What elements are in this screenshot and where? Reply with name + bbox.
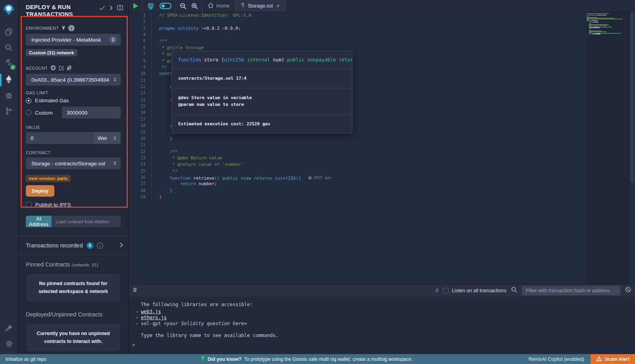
value-input[interactable]: 0: [26, 132, 94, 144]
clear-console-icon[interactable]: [625, 287, 631, 294]
line-number[interactable]: 4: [129, 32, 152, 38]
panel-chevron-right-icon[interactable]: [110, 5, 113, 12]
sidebar-item-deploy-run[interactable]: [0, 72, 18, 88]
editor-region: Home Storage.sol × 1// SPDX-License-Iden…: [129, 0, 635, 354]
at-address-button[interactable]: At Address: [26, 216, 52, 227]
terminal-search-icon[interactable]: [511, 287, 517, 294]
code-line[interactable]: 6 * @title Storage: [129, 45, 635, 51]
sidebar-item-git[interactable]: [0, 104, 18, 120]
sidebar-item-debugger[interactable]: [0, 88, 18, 104]
code-editor[interactable]: 1// SPDX-License-Identifier: GPL-3.023pr…: [129, 12, 635, 284]
publish-ipfs-checkbox[interactable]: [26, 202, 32, 208]
line-number[interactable]: 7: [129, 51, 152, 57]
line-number[interactable]: 15: [129, 103, 152, 109]
terminal-expand-icon[interactable]: [132, 287, 138, 294]
run-script-button[interactable]: [133, 3, 139, 9]
code-line[interactable]: 23 * @dev Return value: [129, 155, 635, 161]
tab-storage-sol[interactable]: Storage.sol ×: [235, 0, 285, 12]
value-unit-select[interactable]: Wei: [94, 132, 121, 144]
line-number[interactable]: 19: [129, 129, 152, 135]
code-line[interactable]: 26 function retrieve() public view retur…: [129, 174, 635, 181]
code-line[interactable]: 29}: [129, 194, 635, 200]
zoom-in-icon[interactable]: [191, 3, 198, 10]
line-number[interactable]: 2: [129, 19, 152, 25]
code-line[interactable]: 2: [129, 19, 635, 25]
line-number[interactable]: 10: [129, 71, 152, 77]
line-number[interactable]: 17: [129, 116, 152, 123]
environment-select[interactable]: Injected Provider - MetaMask: [26, 34, 121, 46]
git-init-status[interactable]: Initialize as git repo: [0, 356, 46, 362]
listen-transactions-checkbox[interactable]: [443, 288, 448, 293]
line-number[interactable]: 13: [129, 90, 152, 96]
ai-copilot-robot-icon[interactable]: [147, 2, 155, 10]
line-number[interactable]: 11: [129, 77, 152, 84]
custom-gas-input[interactable]: 3000000: [62, 107, 121, 119]
code-line[interactable]: 25 */: [129, 168, 635, 174]
line-number[interactable]: 12: [129, 84, 152, 90]
estimated-gas-radio[interactable]: [26, 98, 31, 103]
transactions-info-icon[interactable]: i: [97, 242, 103, 249]
code-line[interactable]: 27 return number;: [129, 181, 635, 187]
line-number[interactable]: 6: [129, 45, 152, 51]
add-account-icon[interactable]: [50, 65, 56, 71]
copy-account-icon[interactable]: [67, 65, 71, 71]
code-line[interactable]: 21: [129, 142, 635, 148]
code-line[interactable]: 1// SPDX-License-Identifier: GPL-3.0: [129, 12, 635, 19]
line-number[interactable]: 24: [129, 161, 152, 168]
line-number[interactable]: 25: [129, 168, 152, 174]
terminal-library-item[interactable]: web3.js: [141, 309, 635, 315]
code-line[interactable]: 4: [129, 32, 635, 38]
line-number[interactable]: 28: [129, 188, 152, 194]
terminal[interactable]: The following libraries are accessible: …: [129, 297, 635, 354]
line-number[interactable]: 8: [129, 58, 152, 64]
at-address-input[interactable]: [52, 216, 121, 227]
terminal-prompt[interactable]: >: [132, 342, 135, 348]
remix-logo-icon[interactable]: [3, 3, 15, 17]
line-number[interactable]: 9: [129, 64, 152, 71]
line-number[interactable]: 29: [129, 194, 152, 200]
copilot-toggle[interactable]: [160, 3, 171, 9]
line-number[interactable]: 26: [129, 174, 152, 181]
line-number[interactable]: 16: [129, 109, 152, 116]
line-number[interactable]: 21: [129, 142, 152, 148]
code-line[interactable]: 5/**: [129, 38, 635, 44]
sidebar-item-settings[interactable]: [0, 337, 18, 353]
sidebar-item-file-explorer[interactable]: [0, 25, 18, 40]
line-number[interactable]: 3: [129, 25, 152, 32]
account-select[interactable]: 0xA03...85ac4 (0.398673504934: [26, 74, 121, 86]
code-line[interactable]: 22 /**: [129, 149, 635, 155]
sidebar-item-solidity-compiler[interactable]: ✓: [0, 56, 18, 72]
plug-environment-icon[interactable]: [62, 25, 65, 31]
code-line[interactable]: 20 }: [129, 136, 635, 142]
panel-pin-layout-icon[interactable]: [117, 5, 123, 12]
line-number[interactable]: 1: [129, 12, 152, 19]
custom-gas-radio[interactable]: [26, 110, 31, 115]
transactions-expand-icon[interactable]: [120, 242, 123, 249]
close-tab-icon[interactable]: ×: [277, 3, 280, 9]
minimap[interactable]: [586, 12, 630, 284]
code-line[interactable]: 24 * @return value of 'number': [129, 161, 635, 168]
line-number[interactable]: 22: [129, 149, 152, 155]
editor-scrollbar[interactable]: [630, 12, 635, 284]
code-line[interactable]: 28 }: [129, 188, 635, 194]
line-number[interactable]: 18: [129, 123, 152, 129]
line-number[interactable]: 20: [129, 136, 152, 142]
environment-info-icon[interactable]: i: [68, 25, 75, 31]
contract-select[interactable]: Storage - contracts/Storage.sol: [26, 157, 121, 169]
copilot-status[interactable]: RemixAI Copilot (enabled): [529, 356, 584, 362]
deploy-button[interactable]: Deploy: [26, 185, 54, 197]
value-group: VALUE 0 Wei: [26, 125, 121, 144]
line-number[interactable]: 5: [129, 38, 152, 44]
zoom-out-icon[interactable]: [180, 3, 187, 10]
scam-alert-button[interactable]: Scam Alert: [591, 354, 635, 364]
terminal-filter-input[interactable]: [522, 286, 620, 295]
line-number[interactable]: 14: [129, 97, 152, 103]
sidebar-item-plugin-manager[interactable]: [0, 321, 18, 337]
sidebar-item-search[interactable]: [0, 40, 18, 56]
line-number[interactable]: 27: [129, 181, 152, 187]
terminal-library-item[interactable]: ethers.js: [141, 315, 635, 321]
line-number[interactable]: 23: [129, 155, 152, 161]
tab-home[interactable]: Home: [202, 0, 235, 12]
edit-account-icon[interactable]: [59, 65, 64, 71]
code-line[interactable]: 3pragma solidity >=0.8.2 <0.9.0;: [129, 25, 635, 32]
